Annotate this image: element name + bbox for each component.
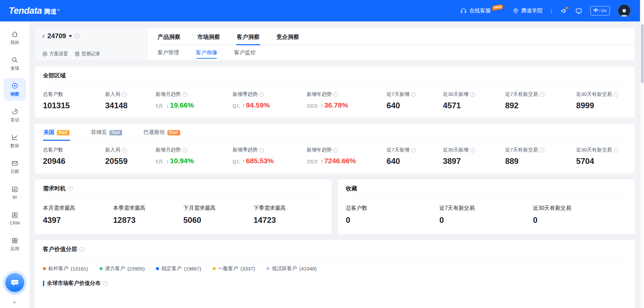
trend-value: 10.94%: [170, 157, 194, 164]
demand-stats-row: 本月需求最高 4397 本季需求最高 12873 下月需求最高 5060 下季需…: [43, 198, 324, 232]
feedback-button[interactable]: [560, 7, 567, 14]
tab-customer-monitoring[interactable]: 客户监控: [233, 45, 256, 60]
trend-value: 94.59%: [246, 102, 270, 109]
legend-item-potential[interactable]: 潜力客户 (23955): [100, 265, 145, 272]
trade-records-label: 贸易记录: [82, 51, 100, 57]
legend-item-low-activity[interactable]: 低活跃客户 (41048): [266, 265, 317, 272]
legend-item-benchmark[interactable]: 标杆客户 (13161): [43, 265, 88, 272]
stat-label: 本季需求最高: [113, 205, 183, 212]
info-icon[interactable]: [79, 247, 84, 252]
info-icon[interactable]: [540, 148, 544, 152]
info-icon[interactable]: [333, 148, 338, 152]
legend-item-stable[interactable]: 稳定客户 (19867): [156, 265, 201, 272]
stat-label: 新增季趋势: [232, 91, 258, 98]
language-toggle[interactable]: 中 / EN: [590, 6, 610, 15]
info-icon[interactable]: [122, 92, 126, 97]
trend-prefix: Q1:: [232, 159, 240, 164]
sidebar-item-apps[interactable]: 应用: [4, 233, 26, 255]
tab-competitor-insight[interactable]: 竞企洞察: [276, 28, 300, 45]
info-icon[interactable]: [411, 148, 416, 152]
sidebar-item-data[interactable]: 数据: [4, 130, 26, 152]
stat-value: 0: [439, 216, 533, 224]
info-icon[interactable]: [411, 92, 416, 97]
info-icon[interactable]: [540, 92, 544, 97]
country-name: 美国: [44, 129, 54, 136]
legend-item-general[interactable]: 一般客户 (3337): [213, 265, 255, 272]
caret-down-icon[interactable]: [69, 35, 72, 37]
info-icon[interactable]: [182, 148, 187, 152]
sidebar-item-discover[interactable]: 发现: [4, 53, 26, 75]
chat-button[interactable]: [5, 273, 24, 292]
tendata-logo[interactable]: Tendata 腾道 ®: [9, 6, 60, 16]
country-tab-usa[interactable]: 美国 Top1: [43, 124, 70, 140]
info-icon[interactable]: [68, 186, 73, 191]
stat-demand-this-month: 本月需求最高 4397: [43, 205, 113, 224]
demand-title: 需求时机: [43, 185, 66, 192]
info-icon[interactable]: [614, 148, 619, 152]
sidebar-item-radar[interactable]: 雷达: [4, 104, 26, 126]
info-icon[interactable]: [75, 34, 79, 39]
tab-market-insight[interactable]: 市场洞察: [197, 28, 221, 45]
sidebar-item-bi[interactable]: BI: [4, 182, 26, 204]
stat-value: 12873: [113, 216, 183, 224]
academy-link[interactable]: 腾道学院: [513, 7, 543, 14]
stat-demand-next-month: 下月需求最高 5060: [183, 205, 254, 224]
top3-badge: Top3: [167, 130, 180, 135]
legend-label: 潜力客户: [105, 265, 125, 272]
sidebar-item-cloudmail[interactable]: 云邮: [4, 156, 26, 178]
online-service-link[interactable]: 在线客服 NEW: [460, 7, 504, 14]
stat-value: 4571: [443, 102, 505, 110]
tab-product-insight[interactable]: 产品洞察: [157, 28, 181, 45]
plan-id[interactable]: 24709: [47, 32, 66, 40]
legend-dot: [266, 267, 269, 270]
plan-selector: ‹ 24709: [42, 32, 141, 40]
plan-pane: ‹ 24709 方案设置: [35, 28, 148, 60]
stat-label: 近7天新增: [387, 91, 410, 98]
collapse-sidebar-button[interactable]: »: [0, 299, 30, 305]
stat-value: 640: [387, 157, 443, 165]
stat-new-deals-30d: 近30天有新交易 5704: [576, 147, 627, 165]
tab-customer-management[interactable]: 客户管理: [157, 45, 180, 60]
workbench-button[interactable]: [575, 7, 582, 14]
sidebar-item-crm[interactable]: CRM: [4, 207, 26, 230]
avatar[interactable]: [618, 4, 631, 17]
legend-dot: [156, 267, 159, 270]
country-tab-pakistan[interactable]: 巴基斯坦 Top3: [143, 124, 181, 140]
country-tab-philippines[interactable]: 菲律宾 Top2: [90, 124, 123, 140]
info-icon[interactable]: [470, 148, 475, 152]
scrollbar-thumb[interactable]: [641, 24, 644, 83]
trend-value: 685.53%: [246, 157, 274, 164]
info-icon[interactable]: [614, 92, 619, 97]
app: Tendata 腾道 ® 在线客服 NEW 腾道学院 |: [0, 0, 644, 308]
trend-down-arrow-icon: ↓: [166, 159, 169, 164]
stat-value: 4397: [43, 216, 113, 224]
sidebar-item-label: 云邮: [10, 169, 19, 175]
value-legend: 标杆客户 (13161) 潜力客户 (23955) 稳定客户 (19867) 一…: [43, 259, 627, 276]
info-icon[interactable]: [259, 92, 264, 97]
apps-grid-icon: [11, 237, 18, 244]
crm-icon: [11, 211, 18, 219]
trade-records-link[interactable]: 贸易记录: [75, 51, 100, 57]
stat-label: 下季需求最高: [254, 205, 324, 212]
logo-text: Tendata: [9, 6, 42, 16]
scrollbar[interactable]: [640, 0, 644, 308]
sidebar-item-label: 数据: [10, 143, 19, 149]
info-icon[interactable]: [333, 92, 338, 97]
stat-value: 20946: [43, 157, 105, 165]
legend-count: (19867): [184, 266, 201, 271]
sidebar-item-insight[interactable]: 洞察: [4, 78, 26, 101]
document-icon: [75, 51, 80, 57]
legend-count: (41048): [299, 266, 317, 271]
info-icon[interactable]: [470, 92, 475, 97]
info-icon[interactable]: [103, 281, 108, 286]
plan-settings-link[interactable]: 方案设置: [42, 51, 68, 57]
info-icon[interactable]: [122, 148, 126, 152]
search-icon: [11, 56, 18, 64]
tab-customer-insight[interactable]: 客户洞察: [236, 28, 260, 45]
back-icon[interactable]: ‹: [42, 33, 45, 40]
tab-customer-profile[interactable]: 客户画像: [195, 45, 218, 60]
info-icon[interactable]: [259, 148, 264, 152]
stat-label: 近7天有新交易: [439, 205, 533, 212]
info-icon[interactable]: [182, 92, 187, 97]
sidebar-item-mine[interactable]: 我的: [4, 27, 26, 49]
